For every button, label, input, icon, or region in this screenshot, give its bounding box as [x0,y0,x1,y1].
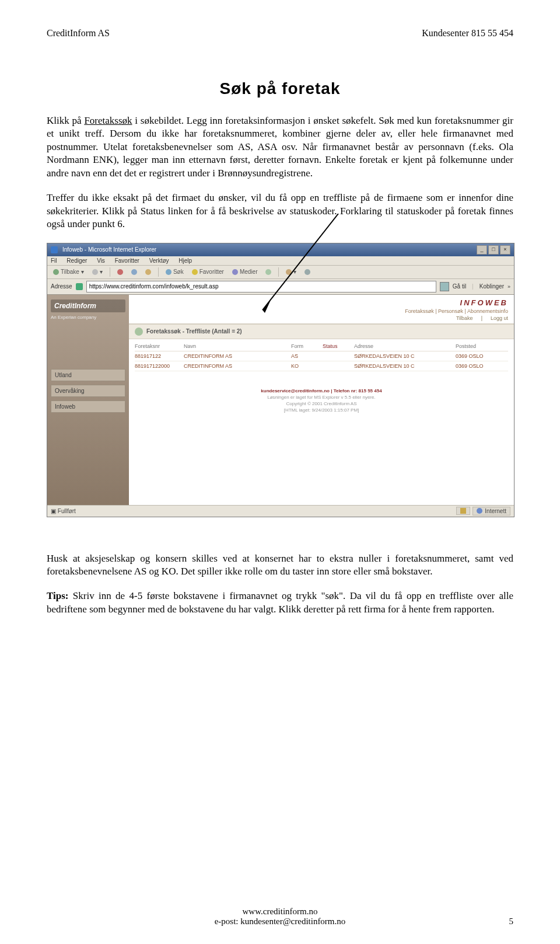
menu-tools[interactable]: Verktøy [149,257,169,264]
address-bar: Adresse Gå til | Koblinger » [47,279,514,295]
cell-post: 0369 OSLO [456,363,508,369]
toolbar: Tilbake ▾ ▾ Søk Favoritter Medier ▾ [47,266,514,279]
cell-nr: 881917122000 [135,363,181,369]
col-adresse[interactable]: Adresse [354,343,453,349]
address-input[interactable] [86,281,436,292]
mail-button[interactable]: ▾ [284,268,299,276]
cell-navn: CREDITINFORM AS [184,353,289,359]
refresh-button[interactable] [129,269,139,276]
https-icon [76,283,83,290]
address-actions: Gå til | Koblinger » [440,282,510,291]
top-right: INFOWEB Foretakssøk | Personsøk | Abonne… [129,295,514,315]
footer-contact: kundeservice@creditinform.no | Telefon n… [135,388,508,394]
product-name: INFOWEB [135,298,508,307]
status-text: Fullført [58,508,76,514]
search-label: Søk [173,269,184,275]
address-label: Adresse [51,283,72,290]
page-footer-info: kundeservice@creditinform.no | Telefon n… [135,388,508,414]
favorites-button[interactable]: Favoritter [190,268,226,276]
col-status[interactable]: Status [323,343,352,349]
status-bar: ▣ Fullført Internett [47,505,514,517]
foretakssok-link-text: Foretakssøk [84,115,132,126]
brand-tagline: An Experian company [51,315,125,320]
col-navn[interactable]: Navn [184,343,289,349]
page-status-icon: ▣ [51,508,56,514]
browser-content: CreditInform An Experian company Utland … [47,295,514,505]
tab-logout[interactable]: Logg ut [491,315,508,321]
media-icon [232,269,238,275]
cell-adresse: SØRKEDALSVEIEN 10 C [354,353,453,359]
page-footer: www.creditinform.no e-post: kundesenter@… [47,907,513,926]
history-button[interactable] [263,269,274,276]
paragraph-1: Klikk på Foretakssøk i søkebildet. Legg … [47,114,513,180]
zone-text: Internett [485,508,506,514]
cell-form: KO [291,363,320,369]
result-header-text: Foretakssøk - Treffliste (Antall = 2) [146,328,242,335]
window-controls: _ □ × [477,245,510,255]
footer-line2: Løsningen er laget for MS Explorer v 5.5… [135,394,508,400]
favorites-label: Favoritter [200,269,224,275]
top-links[interactable]: Foretakssøk | Personsøk | Abonnementsinf… [135,308,508,314]
stop-button[interactable] [115,269,125,276]
footer-url: www.creditinform.no [47,907,513,917]
home-button[interactable] [143,269,153,276]
header-left: CreditInform AS [47,28,110,39]
back-icon [53,269,59,275]
header-right: Kundesenter 815 55 454 [422,28,513,39]
col-poststed[interactable]: Poststed [456,343,508,349]
paragraph-3: Husk at aksjeselskap og konsern skilles … [47,552,513,579]
tab-back[interactable]: Tilbake [456,315,473,321]
cell-navn: CREDITINFORM AS [184,363,289,369]
cell-form: AS [291,353,320,359]
go-icon[interactable] [440,282,449,291]
maximize-button[interactable]: □ [488,245,499,255]
globe-icon [135,328,143,336]
close-button[interactable]: × [500,245,510,255]
col-form[interactable]: Form [291,343,320,349]
window-titlebar[interactable]: Infoweb - Microsoft Internet Explorer _ … [47,243,514,256]
window-title: Infoweb - Microsoft Internet Explorer [62,246,156,253]
back-button[interactable]: Tilbake ▾ [51,268,86,276]
print-icon [304,269,310,275]
menu-edit[interactable]: Rediger [66,257,87,264]
result-header-bar: Foretakssøk - Treffliste (Antall = 2) [129,324,514,339]
go-label[interactable]: Gå til [453,283,466,290]
tips-label: Tips: [47,590,69,601]
footer-line4: [HTML laget: 9/24/2003 1:15:07 PM] [135,407,508,413]
sidebar-btn-infoweb[interactable]: Infoweb [51,400,125,413]
search-button[interactable]: Søk [163,268,186,276]
ie-window: Infoweb - Microsoft Internet Explorer _ … [47,243,514,517]
cell-post: 0369 OSLO [456,353,508,359]
menu-help[interactable]: Hjelp [178,257,192,264]
forward-button[interactable]: ▾ [90,268,105,276]
history-icon [265,269,271,275]
links-label[interactable]: Koblinger [480,283,504,290]
separator [278,267,279,277]
menu-favorites[interactable]: Favoritter [115,257,139,264]
search-icon [166,269,172,275]
body-text-lower: Husk at aksjeselskap og konsern skilles … [47,552,513,616]
table-row[interactable]: 881917122 CREDITINFORM AS AS SØRKEDALSVE… [135,351,508,361]
top-tabs: Tilbake | Logg ut [129,315,514,324]
footer-line3: Copyright © 2001 CreditInform AS [135,400,508,407]
mail-icon [286,269,292,275]
footer-email: e-post: kundesenter@creditinform.no [47,917,513,926]
minimize-button[interactable]: _ [477,245,487,255]
tab-sep: | [481,315,482,321]
cell-nr: 881917122 [135,353,181,359]
separator [110,267,110,277]
internet-icon [477,508,482,514]
col-foretaksnr[interactable]: Foretaksnr [135,343,181,349]
sidebar-btn-utland[interactable]: Utland [51,369,125,381]
menu-file[interactable]: Fil [51,257,57,264]
menu-view[interactable]: Vis [97,257,105,264]
zone-box: Internett [473,507,510,515]
table-row[interactable]: 881917122000 CREDITINFORM AS KO SØRKEDAL… [135,361,508,371]
tips-text: Skriv inn de 4-5 første bokstavene i fir… [47,590,513,614]
media-label: Medier [240,269,258,275]
document-page: CreditInform AS Kundesenter 815 55 454 S… [0,0,560,944]
media-button[interactable]: Medier [230,268,260,276]
main-content: INFOWEB Foretakssøk | Personsøk | Abonne… [129,295,514,505]
sidebar-btn-overvaking[interactable]: Overvåking [51,385,125,397]
print-button[interactable] [302,269,313,276]
